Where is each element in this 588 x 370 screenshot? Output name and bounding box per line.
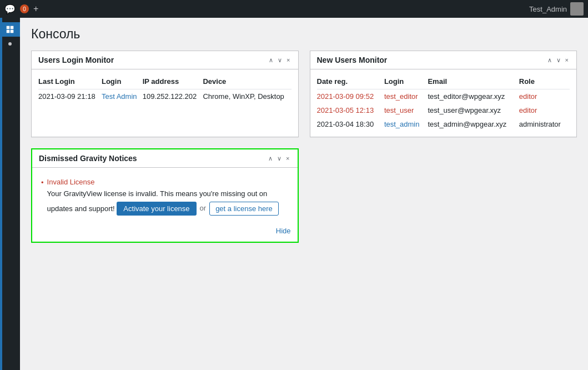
- col-email: Email: [428, 75, 519, 89]
- cell-login: test_editor: [384, 89, 428, 104]
- sidebar: [0, 18, 20, 370]
- cell-login: test_user: [384, 103, 428, 117]
- cell-device: Chrome, WinXP, Desktop: [203, 89, 291, 104]
- user-login-link[interactable]: test_editor: [384, 92, 418, 101]
- dismissed-notices-header: Dismissed Gravity Notices ∧ ∨ ×: [32, 149, 298, 168]
- user-login-link[interactable]: test_admin: [384, 120, 420, 128]
- col-date-reg: Date reg.: [317, 75, 384, 89]
- cell-role: administrator: [519, 117, 570, 131]
- dismissed-notices-controls: ∧ ∨ ×: [267, 155, 290, 162]
- cell-role: editor: [519, 103, 570, 117]
- users-login-monitor-close-btn[interactable]: ×: [285, 57, 291, 64]
- new-users-monitor-title: New Users Monitor: [317, 56, 388, 64]
- dismissed-notices-title: Dismissed Gravity Notices: [39, 154, 137, 163]
- comment-icon[interactable]: 💬: [4, 4, 16, 14]
- dismissed-notices-close-btn[interactable]: ×: [285, 155, 290, 162]
- admin-bar-left: 💬 0 +: [4, 4, 38, 14]
- new-users-monitor-body: Date reg. Login Email Role 2021-03-09 09…: [310, 69, 577, 137]
- admin-bar-right: Test_Admin: [529, 2, 584, 16]
- layout: Консоль Users Login Monitor ∧ ∨ ×: [0, 18, 588, 370]
- avatar: [570, 2, 584, 16]
- cell-role: editor: [519, 89, 570, 104]
- users-login-monitor-up-btn[interactable]: ∧: [268, 57, 274, 64]
- col-login: Login: [384, 75, 428, 89]
- cell-login: Test Admin: [102, 89, 143, 104]
- users-login-monitor-header: Users Login Monitor ∧ ∨ ×: [32, 51, 298, 69]
- new-users-monitor-header: New Users Monitor ∧ ∨ ×: [310, 51, 577, 69]
- cell-date-reg: 2021-03-09 09:52: [317, 89, 384, 104]
- get-license-button[interactable]: get a license here: [209, 202, 279, 216]
- sidebar-item-posts[interactable]: [0, 37, 20, 49]
- col-device: Device: [203, 75, 291, 89]
- users-login-monitor-body: Last Login Login IP address Device 2021-…: [32, 69, 298, 109]
- cell-date-reg: 2021-03-05 12:13: [317, 103, 384, 117]
- page-title: Консоль: [31, 27, 577, 42]
- notice-actions: Activate your license or get a license h…: [117, 202, 278, 216]
- notice-item: • Invalid License Your GravityView licen…: [41, 178, 289, 216]
- admin-username: Test_Admin: [529, 5, 567, 13]
- add-new-icon[interactable]: +: [33, 4, 38, 14]
- col-ip-address: IP address: [143, 75, 203, 89]
- table-row: 2021-03-09 21:18 Test Admin 109.252.122.…: [38, 89, 292, 104]
- users-login-monitor-controls: ∧ ∨ ×: [268, 57, 291, 64]
- posts-icon: [8, 42, 12, 46]
- svg-rect-1: [11, 26, 14, 29]
- admin-bar: 💬 0 + Test_Admin: [0, 0, 588, 18]
- sidebar-item-dashboard[interactable]: [0, 22, 20, 37]
- dismissed-notices-down-btn[interactable]: ∨: [276, 155, 283, 162]
- hide-link[interactable]: Hide: [276, 227, 291, 235]
- or-text: or: [200, 203, 207, 214]
- new-users-monitor-widget: New Users Monitor ∧ ∨ × Date reg. Login: [310, 51, 577, 137]
- new-users-monitor-up-btn[interactable]: ∧: [546, 57, 553, 64]
- dismissed-notices-widget: Dismissed Gravity Notices ∧ ∨ × •: [31, 148, 299, 243]
- main-content: Консоль Users Login Monitor ∧ ∨ ×: [20, 18, 588, 370]
- table-row: 2021-03-09 09:52 test_editor test_editor…: [317, 89, 570, 104]
- col-login: Login: [102, 75, 143, 89]
- cell-email: test_editor@wpgear.xyz: [428, 89, 519, 104]
- col-role: Role: [519, 75, 570, 89]
- dismissed-notices-up-btn[interactable]: ∧: [267, 155, 274, 162]
- notice-description: Your GravityView license is invalid. Thi…: [47, 188, 289, 216]
- svg-rect-2: [7, 30, 10, 33]
- comment-count: 0: [20, 4, 29, 13]
- dismissed-notices-body: • Invalid License Your GravityView licen…: [32, 168, 298, 242]
- cell-last-login: 2021-03-09 21:18: [38, 89, 102, 104]
- new-users-monitor-close-btn[interactable]: ×: [564, 57, 570, 64]
- cell-email: test_admin@wpgear.xyz: [428, 117, 519, 131]
- new-users-monitor-controls: ∧ ∨ ×: [546, 57, 570, 64]
- svg-rect-0: [7, 26, 10, 29]
- users-login-monitor-title: Users Login Monitor: [38, 56, 114, 64]
- user-login-link[interactable]: test_user: [384, 106, 414, 114]
- cell-login: test_admin: [384, 117, 428, 131]
- users-login-table: Last Login Login IP address Device 2021-…: [38, 75, 292, 103]
- col-last-login: Last Login: [38, 75, 102, 89]
- notice-list: • Invalid License Your GravityView licen…: [39, 173, 291, 224]
- users-login-monitor-widget: Users Login Monitor ∧ ∨ × Last Login Log…: [31, 51, 299, 137]
- dashboard-icon: [6, 26, 14, 33]
- notice-footer: Hide: [39, 224, 291, 236]
- activate-license-button[interactable]: Activate your license: [117, 202, 196, 216]
- sidebar-accent: [0, 18, 2, 370]
- cell-date-reg: 2021-03-04 18:30: [317, 117, 384, 131]
- table-row: 2021-03-05 12:13 test_user test_user@wpg…: [317, 103, 570, 117]
- new-users-table: Date reg. Login Email Role 2021-03-09 09…: [317, 75, 570, 131]
- cell-email: test_user@wpgear.xyz: [428, 103, 519, 117]
- notice-content: Invalid License Your GravityView license…: [47, 178, 289, 216]
- cell-ip: 109.252.122.202: [143, 89, 203, 104]
- new-users-monitor-down-btn[interactable]: ∨: [555, 57, 562, 64]
- widget-grid: Users Login Monitor ∧ ∨ × Last Login Log…: [31, 51, 577, 243]
- users-login-monitor-down-btn[interactable]: ∨: [277, 57, 283, 64]
- table-row: 2021-03-04 18:30 test_admin test_admin@w…: [317, 117, 570, 131]
- svg-rect-3: [11, 30, 14, 33]
- notice-title[interactable]: Invalid License: [47, 178, 289, 186]
- login-link[interactable]: Test Admin: [102, 92, 137, 101]
